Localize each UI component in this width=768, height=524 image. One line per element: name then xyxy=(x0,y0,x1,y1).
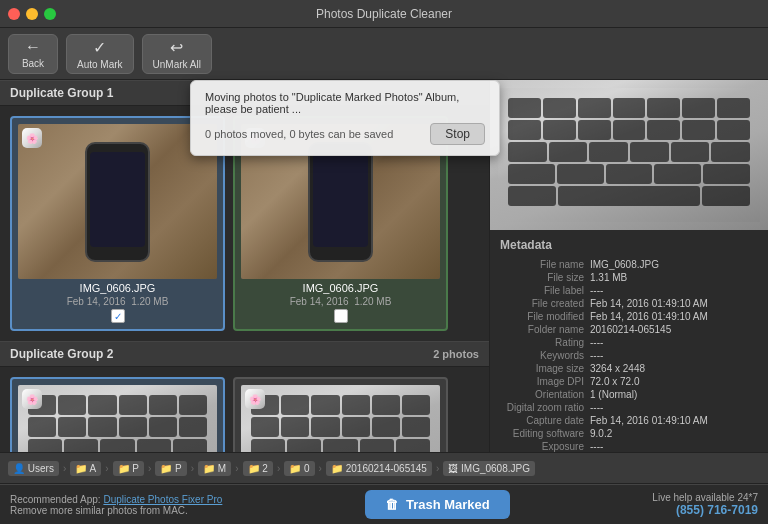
breadcrumb-p1[interactable]: 📁 P xyxy=(113,461,144,476)
breadcrumb-p2[interactable]: 📁 P xyxy=(155,461,186,476)
meta-value: 9.0.2 xyxy=(590,428,612,439)
breadcrumb-users[interactable]: 👤 Users xyxy=(8,461,59,476)
metadata-row: Capture dateFeb 14, 2016 01:49:10 AM xyxy=(500,414,758,427)
meta-key: File label xyxy=(500,285,590,296)
metadata-row: File nameIMG_0608.JPG xyxy=(500,258,758,271)
metadata-row: File createdFeb 14, 2016 01:49:10 AM xyxy=(500,297,758,310)
stop-button[interactable]: Stop xyxy=(430,123,485,145)
traffic-lights xyxy=(8,8,56,20)
metadata-row: File label---- xyxy=(500,284,758,297)
metadata-row: Rating---- xyxy=(500,336,758,349)
ios-icon: 🌸 xyxy=(22,389,42,409)
meta-key: Folder name xyxy=(500,324,590,335)
photo-checkbox[interactable]: ✓ xyxy=(111,309,125,323)
recommended-section: Recommended App: Duplicate Photos Fixer … xyxy=(10,494,222,516)
live-help-text: Live help available 24*7 xyxy=(652,492,758,503)
photo-meta: Feb 14, 2016 1.20 MB xyxy=(290,296,392,307)
unmark-all-label: UnMark All xyxy=(153,59,201,70)
meta-key: Orientation xyxy=(500,389,590,400)
keyboard-image: 🌸 xyxy=(241,385,440,452)
trash-marked-button[interactable]: 🗑 Trash Marked xyxy=(365,490,510,519)
phone-shape xyxy=(308,142,373,262)
photo-size: 1.20 MB xyxy=(131,296,168,307)
meta-value: 20160214-065145 xyxy=(590,324,671,335)
photo-filename: IMG_0606.JPG xyxy=(80,282,156,294)
notification-overlay: Moving photos to "Duplicate Marked Photo… xyxy=(190,80,500,156)
live-help-section: Live help available 24*7 (855) 716-7019 xyxy=(652,492,758,517)
breadcrumb-a[interactable]: 📁 A xyxy=(70,461,101,476)
meta-key: Exposure xyxy=(500,441,590,452)
phone-screen xyxy=(313,152,368,247)
auto-mark-label: Auto Mark xyxy=(77,59,123,70)
breadcrumb-0[interactable]: 📁 0 xyxy=(284,461,314,476)
breadcrumb-folder[interactable]: 📁 20160214-065145 xyxy=(326,461,432,476)
meta-key: Capture date xyxy=(500,415,590,426)
close-button[interactable] xyxy=(8,8,20,20)
breadcrumb-sep: › xyxy=(105,463,108,474)
photo-date: Feb 14, 2016 xyxy=(290,296,349,307)
group-2-name: Duplicate Group 2 xyxy=(10,347,113,361)
bottom-bar: Recommended App: Duplicate Photos Fixer … xyxy=(0,484,768,524)
metadata-title: Metadata xyxy=(500,238,758,252)
photo-meta: Feb 14, 2016 1.20 MB xyxy=(67,296,169,307)
group-1-name: Duplicate Group 1 xyxy=(10,86,113,100)
photo-checkbox[interactable] xyxy=(334,309,348,323)
auto-mark-icon: ✓ xyxy=(93,38,106,57)
minimize-button[interactable] xyxy=(26,8,38,20)
meta-value: ---- xyxy=(590,441,603,452)
maximize-button[interactable] xyxy=(44,8,56,20)
meta-value: Feb 14, 2016 01:49:10 AM xyxy=(590,415,708,426)
unmark-all-button[interactable]: ↩ UnMark All xyxy=(142,34,212,74)
app-title: Photos Duplicate Cleaner xyxy=(316,7,452,21)
breadcrumb-sep: › xyxy=(191,463,194,474)
keyboard-image: 🌸 xyxy=(18,385,217,452)
back-button[interactable]: ← Back xyxy=(8,34,58,74)
meta-value: Feb 14, 2016 01:49:10 AM xyxy=(590,298,708,309)
group-2-count: 2 photos xyxy=(433,348,479,360)
photo-thumb: 🌸 xyxy=(18,124,217,279)
preview-image xyxy=(490,80,768,230)
right-panel: Metadata File nameIMG_0608.JPGFile size1… xyxy=(490,80,768,452)
remove-text: Remove more similar photos from MAC. xyxy=(10,505,222,516)
auto-mark-button[interactable]: ✓ Auto Mark xyxy=(66,34,134,74)
back-icon: ← xyxy=(25,38,41,56)
breadcrumb-2[interactable]: 📁 2 xyxy=(243,461,273,476)
photo-card[interactable]: 🌸 IMG_0608.JPG Feb 14, 2016 1.31 MB xyxy=(233,377,448,452)
photo-filename: IMG_0606.JPG xyxy=(303,282,379,294)
meta-value: 1 (Normal) xyxy=(590,389,637,400)
metadata-row: Editing software9.0.2 xyxy=(500,427,758,440)
meta-key: Image size xyxy=(500,363,590,374)
phone-shape xyxy=(85,142,150,262)
notification-status: 0 photos moved, 0 bytes can be saved xyxy=(205,128,393,140)
photo-card[interactable]: 🌸 IMG_0608.JPG Feb 14, 2016 1.31 MB xyxy=(10,377,225,452)
status-bar: 👤 Users › 📁 A › 📁 P › 📁 P › 📁 M › 📁 2 › … xyxy=(0,452,768,484)
photo-thumb: 🌸 xyxy=(18,385,217,452)
meta-key: Keywords xyxy=(500,350,590,361)
breadcrumb-file[interactable]: 🖼 IMG_0608.JPG xyxy=(443,461,535,476)
titlebar: Photos Duplicate Cleaner xyxy=(0,0,768,28)
photo-thumb: 🌸 xyxy=(241,385,440,452)
toolbar: ← Back ✓ Auto Mark ↩ UnMark All xyxy=(0,28,768,80)
breadcrumb-sep: › xyxy=(319,463,322,474)
back-label: Back xyxy=(22,58,44,69)
meta-key: Rating xyxy=(500,337,590,348)
meta-value: ---- xyxy=(590,350,603,361)
meta-value: 1.31 MB xyxy=(590,272,627,283)
meta-value: IMG_0608.JPG xyxy=(590,259,659,270)
photo-size: 1.20 MB xyxy=(354,296,391,307)
meta-value: ---- xyxy=(590,337,603,348)
metadata-row: Image DPI72.0 x 72.0 xyxy=(500,375,758,388)
notification-message: Moving photos to "Duplicate Marked Photo… xyxy=(205,91,485,115)
meta-key: File name xyxy=(500,259,590,270)
meta-key: Image DPI xyxy=(500,376,590,387)
metadata-row: Folder name20160214-065145 xyxy=(500,323,758,336)
breadcrumb-m[interactable]: 📁 M xyxy=(198,461,231,476)
breadcrumb-sep: › xyxy=(148,463,151,474)
metadata-row: Digital zoom ratio---- xyxy=(500,401,758,414)
app-link[interactable]: Duplicate Photos Fixer Pro xyxy=(103,494,222,505)
breadcrumb-sep: › xyxy=(63,463,66,474)
meta-value: Feb 14, 2016 01:49:10 AM xyxy=(590,311,708,322)
ios-icon: 🌸 xyxy=(22,128,42,148)
metadata-section: Metadata File nameIMG_0608.JPGFile size1… xyxy=(490,230,768,452)
group-2-photos: 🌸 IMG_0608.JPG Feb 14, 2016 1.31 MB xyxy=(0,367,489,452)
